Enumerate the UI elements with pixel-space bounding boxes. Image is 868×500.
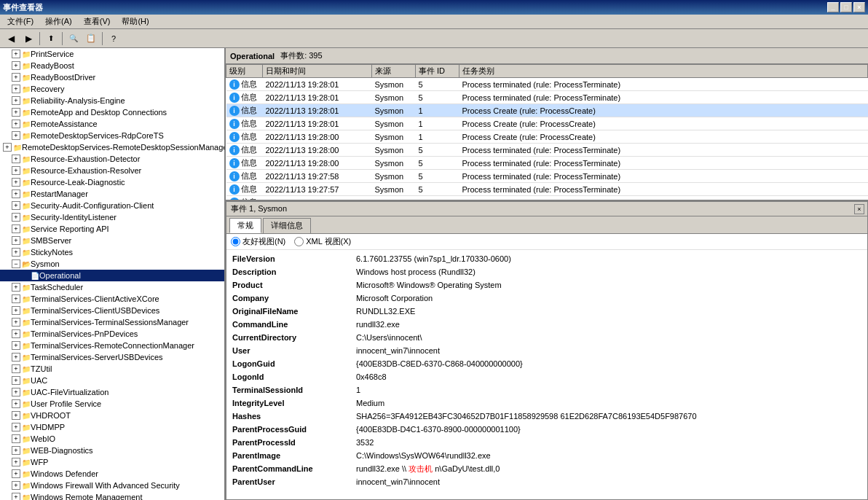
tree-item[interactable]: +📁 RemoteAssistance [0,118,224,130]
tree-expand-icon[interactable]: + [12,469,20,478]
menu-action[interactable]: 操作(A) [39,15,78,28]
properties-button[interactable]: 📋 [83,31,99,46]
help-button[interactable]: ? [106,31,122,46]
tree-expand-icon[interactable]: − [12,259,20,268]
tree-item[interactable]: +📁 TaskScheduler [0,281,224,293]
tree-item[interactable]: +📁 Recovery [0,83,224,95]
table-row[interactable]: i信息2022/11/13 19:28:01Sysmon5Process ter… [226,91,868,104]
tree-expand-icon[interactable]: + [12,201,20,210]
menu-help[interactable]: 帮助(H) [116,15,154,28]
tree-expand-icon[interactable]: + [12,294,20,303]
tree-item[interactable]: +📁 WEB-Diagnostics [0,445,224,456]
tree-expand-icon[interactable]: + [12,376,20,385]
tree-expand-icon[interactable]: + [12,50,20,58]
tree-expand-icon[interactable]: + [12,283,20,292]
tree-item[interactable]: +📁 RemoteApp and Desktop Connections [0,106,224,118]
tree-expand-icon[interactable]: + [12,85,20,93]
tree-item[interactable]: +📁 Service Reporting API [0,223,224,235]
table-row[interactable]: i信息2022/11/13 19:27:57Sysmon5Process ter… [226,183,868,196]
tree-expand-icon[interactable]: + [12,224,20,233]
tree-item[interactable]: +📁 RestartManager [0,188,224,200]
tree-item[interactable]: +📁 TerminalServices-RemoteConnectionMana… [0,340,224,351]
tree-panel[interactable]: +📁 PrintService+📁 ReadyBoost+📁 ReadyBoos… [0,48,226,500]
tree-item[interactable]: 📄 Operational [0,270,224,281]
tree-item[interactable]: +📁 TerminalServices-ClientActiveXCore [0,293,224,305]
find-button[interactable]: 🔍 [66,31,82,46]
tab-detail-info[interactable]: 详细信息 [263,218,311,233]
view-xml[interactable]: XML 视图(X) [294,236,351,247]
events-table-wrapper[interactable]: 级别 日期和时间 来源 事件 ID 任务类别 i信息2022/11/13 19:… [226,64,868,200]
tree-item[interactable]: +📁 Security-IdentityListener [0,211,224,223]
table-row[interactable]: i信息2022/11/13 19:27:58Sysmon5Process ter… [226,170,868,183]
tree-expand-icon[interactable]: + [12,329,20,338]
table-row[interactable]: i信息2022/11/13 19:28:00Sysmon5Process ter… [226,157,868,170]
tree-item[interactable]: +📁 Resource-Leak-Diagnostic [0,176,224,188]
table-row[interactable]: i信息2022/11/13 19:28:01Sysmon5Process ter… [226,78,868,91]
tree-expand-icon[interactable]: + [12,493,20,500]
tree-item[interactable]: +📁 StickyNotes [0,246,224,258]
tree-item[interactable]: +📁 Windows Defender [0,468,224,480]
table-row[interactable]: i信息2022/11/13 19:28:01Sysmon1Process Cre… [226,104,868,117]
tree-item[interactable]: +📁 RemoteDesktopServices-RdpCoreTS [0,130,224,141]
tree-item[interactable]: +📁 TerminalServices-ServerUSBDevices [0,351,224,363]
detail-close-button[interactable]: × [854,204,864,214]
tree-item[interactable]: +📁 Resource-Exhaustion-Detector [0,153,224,165]
tree-expand-icon[interactable]: + [12,73,20,82]
tree-item[interactable]: +📁 WFP [0,456,224,468]
tree-item[interactable]: +📁 Security-Audit-Configuration-Client [0,200,224,211]
tree-item[interactable]: +📁 Resource-Exhaustion-Resolver [0,165,224,176]
table-row[interactable]: i信息2022/11/13 19:28:00Sysmon5Process ter… [226,144,868,157]
tree-item[interactable]: +📁 PrintService [0,48,224,60]
tree-expand-icon[interactable]: + [12,434,20,443]
view-friendly-radio[interactable] [231,237,240,246]
tree-item[interactable]: +📁 WebIO [0,433,224,445]
tree-item[interactable]: +📁 Windows Firewall With Advanced Securi… [0,480,224,491]
tree-expand-icon[interactable]: + [12,120,20,128]
up-button[interactable]: ⬆ [43,31,59,46]
view-friendly[interactable]: 友好视图(N) [231,236,285,247]
back-button[interactable]: ◀ [3,31,19,46]
tree-expand-icon[interactable]: + [12,446,20,455]
tree-item[interactable]: −📂 Sysmon [0,258,224,270]
tree-item[interactable]: +📁 TZUtil [0,363,224,375]
window-controls[interactable]: _ □ × [827,2,865,12]
tree-expand-icon[interactable]: + [12,481,20,490]
tree-expand-icon[interactable]: + [12,458,20,466]
tree-item[interactable]: +📁 VHDMPP [0,421,224,433]
table-row[interactable]: i信息2022/11/13 19:27:57Sysmon1Process Cre… [226,196,868,200]
table-row[interactable]: i信息2022/11/13 19:28:00Sysmon1Process Cre… [226,130,868,144]
tree-expand-icon[interactable]: + [12,248,20,257]
tree-item[interactable]: +📁 TerminalServices-TerminalSessionsMana… [0,316,224,328]
table-row[interactable]: i信息2022/11/13 19:28:01Sysmon1Process Cre… [226,117,868,130]
tree-expand-icon[interactable]: + [12,318,20,327]
tree-item[interactable]: +📁 ReadyBoost [0,60,224,71]
tree-expand-icon[interactable]: + [12,236,20,245]
menu-file[interactable]: 文件(F) [1,15,39,28]
minimize-button[interactable]: _ [827,2,839,12]
maximize-button[interactable]: □ [840,2,852,12]
tree-item[interactable]: +📁 VHDROOT [0,410,224,421]
tree-item[interactable]: +📁 TerminalServices-PnPDevices [0,328,224,340]
tab-general[interactable]: 常规 [229,218,261,233]
tree-item[interactable]: +📁 RemoteDesktopServices-RemoteDesktopSe… [0,141,224,153]
tree-expand-icon[interactable]: + [12,388,20,397]
tree-expand-icon[interactable]: + [12,423,20,431]
forward-button[interactable]: ▶ [20,31,36,46]
tree-expand-icon[interactable]: + [12,108,20,117]
tree-item[interactable]: +📁 Windows Remote Management [0,491,224,500]
close-button[interactable]: × [853,2,865,12]
tree-expand-icon[interactable]: + [12,306,20,315]
menu-view[interactable]: 查看(V) [78,15,117,28]
tree-item[interactable]: +📁 Reliability-Analysis-Engine [0,95,224,106]
tree-expand-icon[interactable]: + [12,131,20,140]
tree-expand-icon[interactable]: + [3,143,12,152]
tree-expand-icon[interactable]: + [12,341,20,350]
tree-item[interactable]: +📁 TerminalServices-ClientUSBDevices [0,305,224,316]
tree-expand-icon[interactable]: + [12,190,20,198]
tree-expand-icon[interactable]: + [12,178,20,187]
tree-item[interactable]: +📁 SMBServer [0,235,224,246]
view-xml-radio[interactable] [294,237,304,246]
tree-expand-icon[interactable]: + [12,399,20,408]
tree-expand-icon[interactable]: + [12,411,20,420]
tree-expand-icon[interactable]: + [12,96,20,105]
